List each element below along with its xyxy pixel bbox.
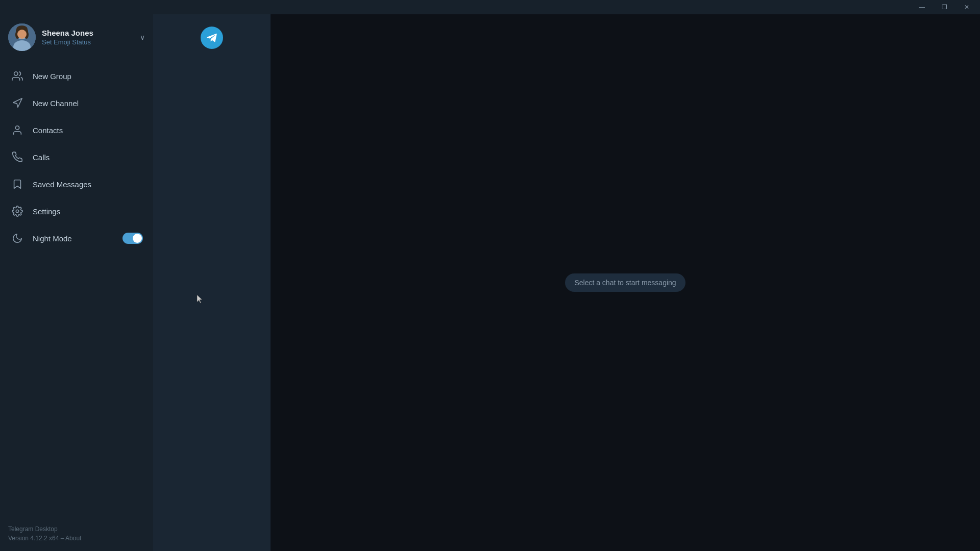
app-version[interactable]: Version 4.12.2 x64 – About <box>8 534 145 543</box>
new-channel-label: New Channel <box>33 99 79 108</box>
gear-icon <box>10 204 24 218</box>
profile-status[interactable]: Set Emoji Status <box>42 38 134 46</box>
person-icon <box>10 123 24 137</box>
profile-info: Sheena Jones Set Emoji Status <box>42 29 134 46</box>
profile-chevron-icon: ∨ <box>140 33 145 41</box>
settings-label: Settings <box>33 207 60 216</box>
titlebar: — ❐ ✕ <box>0 0 980 14</box>
toggle-knob <box>133 234 142 243</box>
maximize-button[interactable]: ❐ <box>933 0 955 14</box>
svg-point-10 <box>16 210 19 213</box>
sidebar-item-calls[interactable]: Calls <box>2 144 151 170</box>
telegram-logo <box>201 27 223 49</box>
avatar <box>8 23 36 51</box>
megaphone-icon <box>10 96 24 110</box>
toggle-track[interactable] <box>122 233 143 244</box>
new-group-label: New Group <box>33 72 71 81</box>
phone-icon <box>10 150 24 164</box>
people-icon <box>10 69 24 83</box>
minimize-button[interactable]: — <box>911 0 933 14</box>
profile-area[interactable]: Sheena Jones Set Emoji Status ∨ <box>0 14 153 60</box>
empty-chat-label: Select a chat to start messaging <box>565 273 685 292</box>
main-container: Sheena Jones Set Emoji Status ∨ New Grou… <box>0 14 980 551</box>
calls-label: Calls <box>33 153 50 162</box>
contacts-label: Contacts <box>33 126 63 135</box>
bookmark-icon <box>10 177 24 191</box>
sidebar: Sheena Jones Set Emoji Status ∨ New Grou… <box>0 14 153 551</box>
sidebar-item-contacts[interactable]: Contacts <box>2 117 151 143</box>
profile-name: Sheena Jones <box>42 29 134 37</box>
moon-icon <box>10 231 24 245</box>
menu-list: New Group New Channel <box>0 60 153 518</box>
app-name: Telegram Desktop <box>8 524 145 534</box>
chat-area: Select a chat to start messaging <box>271 14 980 551</box>
sidebar-item-new-channel[interactable]: New Channel <box>2 90 151 116</box>
sidebar-footer: Telegram Desktop Version 4.12.2 x64 – Ab… <box>0 518 153 551</box>
close-button[interactable]: ✕ <box>955 0 978 14</box>
night-mode-toggle[interactable] <box>122 233 143 244</box>
svg-point-8 <box>14 72 18 76</box>
sidebar-item-saved-messages[interactable]: Saved Messages <box>2 171 151 197</box>
svg-point-9 <box>15 126 19 130</box>
sidebar-item-new-group[interactable]: New Group <box>2 63 151 89</box>
svg-point-7 <box>17 30 27 39</box>
sidebar-item-settings[interactable]: Settings <box>2 198 151 224</box>
night-mode-label: Night Mode <box>33 234 72 243</box>
chat-list-area <box>153 14 271 551</box>
saved-messages-label: Saved Messages <box>33 180 91 189</box>
sidebar-item-night-mode[interactable]: Night Mode <box>2 225 151 252</box>
